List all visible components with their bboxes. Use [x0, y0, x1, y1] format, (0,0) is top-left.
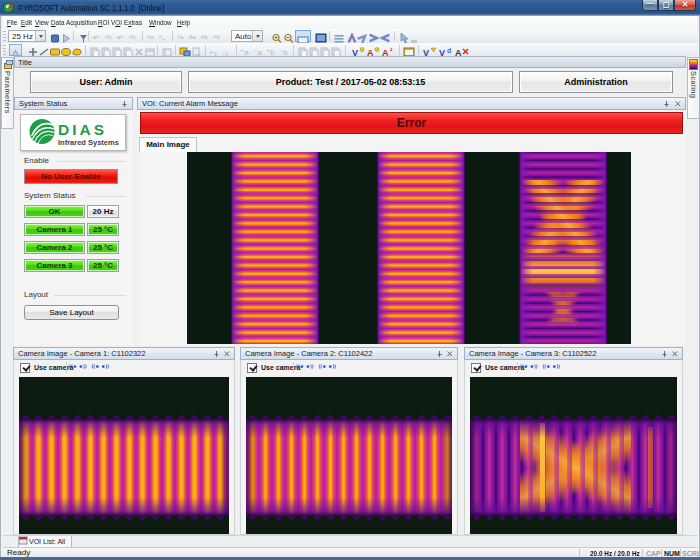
- svg-text:d: d: [447, 47, 451, 54]
- svg-text:⁹ᵃ: ⁹ᵃ: [147, 34, 154, 43]
- svg-text:ᴬᵃ: ᴬᵃ: [188, 34, 197, 43]
- svg-text:⁰-: ⁰-: [159, 34, 165, 43]
- svg-text:Infrared Systems: Infrared Systems: [58, 138, 119, 147]
- svg-text:ᵃ⁰: ᵃ⁰: [117, 34, 123, 43]
- svg-text:ⱽᵇ: ⱽᵇ: [213, 34, 219, 43]
- svg-text:ᵃ⁰: ᵃ⁰: [93, 34, 99, 43]
- svg-text:²: ²: [390, 47, 393, 54]
- svg-text:⁹ᵃ: ⁹ᵃ: [177, 34, 184, 43]
- svg-text:⁰ᵇ: ⁰ᵇ: [129, 34, 135, 43]
- svg-text:DIAS: DIAS: [58, 121, 107, 138]
- svg-text:⁰ᵇ: ⁰ᵇ: [105, 34, 111, 43]
- svg-text:ᴬᵇ: ᴬᵇ: [200, 34, 208, 43]
